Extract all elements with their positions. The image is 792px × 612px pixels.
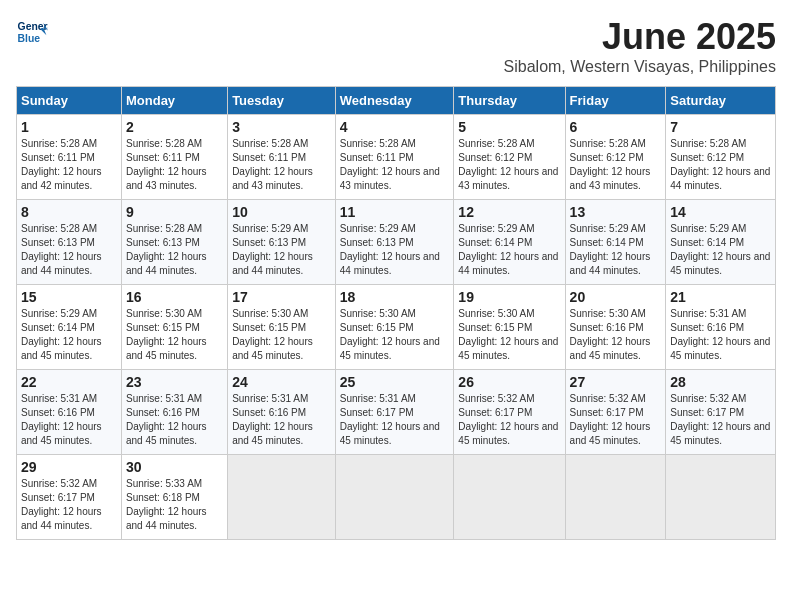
day-number: 5	[458, 119, 560, 135]
day-detail: Sunrise: 5:28 AMSunset: 6:12 PMDaylight:…	[670, 138, 770, 191]
day-number: 12	[458, 204, 560, 220]
day-number: 17	[232, 289, 331, 305]
day-detail: Sunrise: 5:31 AMSunset: 6:16 PMDaylight:…	[232, 393, 313, 446]
calendar-day-25: 25Sunrise: 5:31 AMSunset: 6:17 PMDayligh…	[335, 370, 454, 455]
calendar-day-4: 4Sunrise: 5:28 AMSunset: 6:11 PMDaylight…	[335, 115, 454, 200]
day-number: 11	[340, 204, 450, 220]
day-detail: Sunrise: 5:30 AMSunset: 6:15 PMDaylight:…	[458, 308, 558, 361]
calendar-day-22: 22Sunrise: 5:31 AMSunset: 6:16 PMDayligh…	[17, 370, 122, 455]
day-detail: Sunrise: 5:29 AMSunset: 6:14 PMDaylight:…	[21, 308, 102, 361]
day-detail: Sunrise: 5:28 AMSunset: 6:11 PMDaylight:…	[232, 138, 313, 191]
calendar-header-row: SundayMondayTuesdayWednesdayThursdayFrid…	[17, 87, 776, 115]
day-number: 13	[570, 204, 662, 220]
day-detail: Sunrise: 5:28 AMSunset: 6:13 PMDaylight:…	[126, 223, 207, 276]
calendar-day-19: 19Sunrise: 5:30 AMSunset: 6:15 PMDayligh…	[454, 285, 565, 370]
day-number: 27	[570, 374, 662, 390]
day-number: 6	[570, 119, 662, 135]
day-detail: Sunrise: 5:33 AMSunset: 6:18 PMDaylight:…	[126, 478, 207, 531]
day-number: 3	[232, 119, 331, 135]
day-detail: Sunrise: 5:29 AMSunset: 6:14 PMDaylight:…	[458, 223, 558, 276]
calendar-empty-cell	[335, 455, 454, 540]
day-number: 20	[570, 289, 662, 305]
calendar-week-5: 29Sunrise: 5:32 AMSunset: 6:17 PMDayligh…	[17, 455, 776, 540]
header-cell-tuesday: Tuesday	[228, 87, 336, 115]
day-detail: Sunrise: 5:28 AMSunset: 6:11 PMDaylight:…	[21, 138, 102, 191]
calendar-day-8: 8Sunrise: 5:28 AMSunset: 6:13 PMDaylight…	[17, 200, 122, 285]
day-detail: Sunrise: 5:32 AMSunset: 6:17 PMDaylight:…	[570, 393, 651, 446]
calendar-title: June 2025	[504, 16, 776, 58]
day-detail: Sunrise: 5:30 AMSunset: 6:15 PMDaylight:…	[232, 308, 313, 361]
day-number: 21	[670, 289, 771, 305]
calendar-day-16: 16Sunrise: 5:30 AMSunset: 6:15 PMDayligh…	[121, 285, 227, 370]
calendar-week-2: 8Sunrise: 5:28 AMSunset: 6:13 PMDaylight…	[17, 200, 776, 285]
calendar-day-13: 13Sunrise: 5:29 AMSunset: 6:14 PMDayligh…	[565, 200, 666, 285]
day-detail: Sunrise: 5:29 AMSunset: 6:13 PMDaylight:…	[340, 223, 440, 276]
day-number: 7	[670, 119, 771, 135]
calendar-day-17: 17Sunrise: 5:30 AMSunset: 6:15 PMDayligh…	[228, 285, 336, 370]
day-number: 10	[232, 204, 331, 220]
calendar-day-15: 15Sunrise: 5:29 AMSunset: 6:14 PMDayligh…	[17, 285, 122, 370]
day-detail: Sunrise: 5:29 AMSunset: 6:13 PMDaylight:…	[232, 223, 313, 276]
day-detail: Sunrise: 5:29 AMSunset: 6:14 PMDaylight:…	[570, 223, 651, 276]
calendar-day-30: 30Sunrise: 5:33 AMSunset: 6:18 PMDayligh…	[121, 455, 227, 540]
header-cell-friday: Friday	[565, 87, 666, 115]
day-number: 9	[126, 204, 223, 220]
calendar-day-21: 21Sunrise: 5:31 AMSunset: 6:16 PMDayligh…	[666, 285, 776, 370]
day-detail: Sunrise: 5:28 AMSunset: 6:13 PMDaylight:…	[21, 223, 102, 276]
day-detail: Sunrise: 5:29 AMSunset: 6:14 PMDaylight:…	[670, 223, 770, 276]
calendar-empty-cell	[454, 455, 565, 540]
calendar-day-28: 28Sunrise: 5:32 AMSunset: 6:17 PMDayligh…	[666, 370, 776, 455]
day-number: 1	[21, 119, 117, 135]
day-detail: Sunrise: 5:28 AMSunset: 6:11 PMDaylight:…	[126, 138, 207, 191]
calendar-week-4: 22Sunrise: 5:31 AMSunset: 6:16 PMDayligh…	[17, 370, 776, 455]
logo-icon: General Blue	[16, 16, 48, 48]
header-cell-thursday: Thursday	[454, 87, 565, 115]
calendar-day-29: 29Sunrise: 5:32 AMSunset: 6:17 PMDayligh…	[17, 455, 122, 540]
calendar-day-10: 10Sunrise: 5:29 AMSunset: 6:13 PMDayligh…	[228, 200, 336, 285]
day-number: 8	[21, 204, 117, 220]
day-number: 16	[126, 289, 223, 305]
calendar-week-3: 15Sunrise: 5:29 AMSunset: 6:14 PMDayligh…	[17, 285, 776, 370]
day-detail: Sunrise: 5:30 AMSunset: 6:15 PMDaylight:…	[126, 308, 207, 361]
calendar-day-20: 20Sunrise: 5:30 AMSunset: 6:16 PMDayligh…	[565, 285, 666, 370]
day-number: 19	[458, 289, 560, 305]
calendar-empty-cell	[228, 455, 336, 540]
day-detail: Sunrise: 5:32 AMSunset: 6:17 PMDaylight:…	[458, 393, 558, 446]
calendar-day-6: 6Sunrise: 5:28 AMSunset: 6:12 PMDaylight…	[565, 115, 666, 200]
day-number: 28	[670, 374, 771, 390]
calendar-day-23: 23Sunrise: 5:31 AMSunset: 6:16 PMDayligh…	[121, 370, 227, 455]
calendar-table: SundayMondayTuesdayWednesdayThursdayFrid…	[16, 86, 776, 540]
calendar-day-24: 24Sunrise: 5:31 AMSunset: 6:16 PMDayligh…	[228, 370, 336, 455]
svg-text:Blue: Blue	[18, 33, 41, 44]
day-detail: Sunrise: 5:31 AMSunset: 6:16 PMDaylight:…	[126, 393, 207, 446]
calendar-day-18: 18Sunrise: 5:30 AMSunset: 6:15 PMDayligh…	[335, 285, 454, 370]
calendar-day-5: 5Sunrise: 5:28 AMSunset: 6:12 PMDaylight…	[454, 115, 565, 200]
day-detail: Sunrise: 5:28 AMSunset: 6:12 PMDaylight:…	[570, 138, 651, 191]
day-number: 18	[340, 289, 450, 305]
header: General Blue June 2025 Sibalom, Western …	[16, 16, 776, 76]
day-detail: Sunrise: 5:32 AMSunset: 6:17 PMDaylight:…	[670, 393, 770, 446]
day-detail: Sunrise: 5:30 AMSunset: 6:16 PMDaylight:…	[570, 308, 651, 361]
day-detail: Sunrise: 5:31 AMSunset: 6:16 PMDaylight:…	[670, 308, 770, 361]
calendar-day-27: 27Sunrise: 5:32 AMSunset: 6:17 PMDayligh…	[565, 370, 666, 455]
calendar-week-1: 1Sunrise: 5:28 AMSunset: 6:11 PMDaylight…	[17, 115, 776, 200]
calendar-day-2: 2Sunrise: 5:28 AMSunset: 6:11 PMDaylight…	[121, 115, 227, 200]
header-cell-wednesday: Wednesday	[335, 87, 454, 115]
day-number: 23	[126, 374, 223, 390]
calendar-day-26: 26Sunrise: 5:32 AMSunset: 6:17 PMDayligh…	[454, 370, 565, 455]
day-number: 22	[21, 374, 117, 390]
day-detail: Sunrise: 5:30 AMSunset: 6:15 PMDaylight:…	[340, 308, 440, 361]
header-cell-monday: Monday	[121, 87, 227, 115]
calendar-day-14: 14Sunrise: 5:29 AMSunset: 6:14 PMDayligh…	[666, 200, 776, 285]
logo: General Blue	[16, 16, 48, 48]
day-number: 24	[232, 374, 331, 390]
calendar-day-7: 7Sunrise: 5:28 AMSunset: 6:12 PMDaylight…	[666, 115, 776, 200]
calendar-day-3: 3Sunrise: 5:28 AMSunset: 6:11 PMDaylight…	[228, 115, 336, 200]
calendar-body: 1Sunrise: 5:28 AMSunset: 6:11 PMDaylight…	[17, 115, 776, 540]
calendar-day-12: 12Sunrise: 5:29 AMSunset: 6:14 PMDayligh…	[454, 200, 565, 285]
day-number: 29	[21, 459, 117, 475]
calendar-empty-cell	[666, 455, 776, 540]
calendar-day-9: 9Sunrise: 5:28 AMSunset: 6:13 PMDaylight…	[121, 200, 227, 285]
header-cell-saturday: Saturday	[666, 87, 776, 115]
day-detail: Sunrise: 5:28 AMSunset: 6:11 PMDaylight:…	[340, 138, 440, 191]
